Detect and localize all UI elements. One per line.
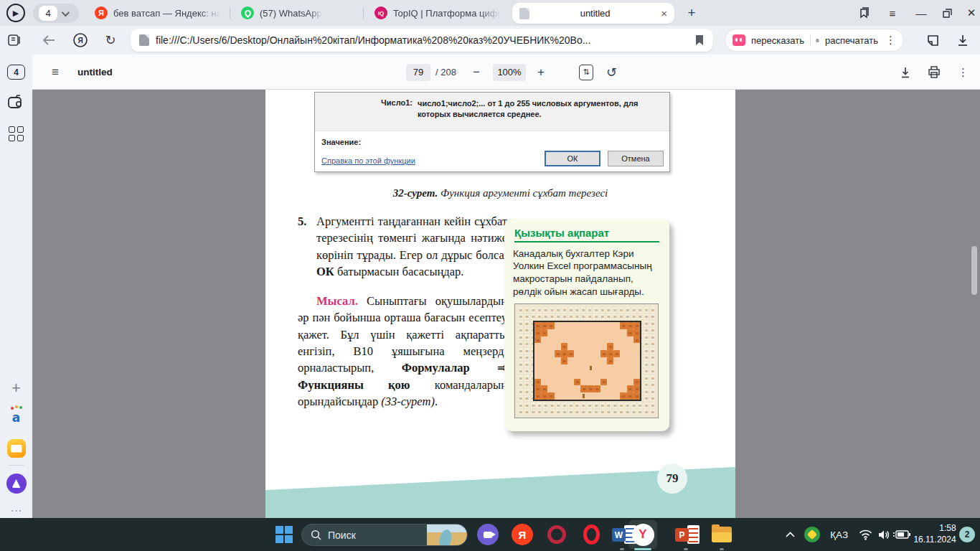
example-paragraph: Мысал. Сыныптағы оқушылардың әр пән бойы… <box>298 293 507 410</box>
date-label: 16.11.2024 <box>913 534 956 546</box>
pixel-face-image: xxxxxxxxxxxxxxxxxxxxxxxxxxxxxxxxxxxxxxxx… <box>514 303 659 418</box>
page-actions-pill: пересказать распечатать ⋮ <box>725 29 904 52</box>
download-icon[interactable] <box>954 32 971 49</box>
ok-button[interactable]: ОК <box>545 151 600 166</box>
url-text: file:///C:/Users/6/Desktop/Онлайын%20кіт… <box>156 34 688 46</box>
scrollbar-thumb[interactable] <box>971 246 977 295</box>
powerpoint-icon[interactable]: P <box>673 518 702 551</box>
weather-widget-art <box>427 524 467 546</box>
fit-page-icon[interactable]: ⇅ <box>579 55 593 90</box>
start-button[interactable] <box>271 518 297 551</box>
colorful-hand-icon[interactable]: a <box>0 410 32 425</box>
cancel-button[interactable]: Отмена <box>608 151 664 166</box>
pdf-more-icon[interactable]: ⋮ <box>958 55 969 90</box>
browser-sidebar: 4 + a ⋯ <box>0 55 32 518</box>
new-tab-button[interactable]: + <box>683 4 700 22</box>
play-circle-icon[interactable]: ▶ <box>6 4 25 22</box>
caption-text: Функция аргументі сұхбат терезесі <box>438 187 608 199</box>
figure-caption: 32-сурет. Функция аргументі сұхбат терез… <box>265 187 735 199</box>
arg-description: число1;число2;... от 1 до 255 числовых а… <box>418 98 664 121</box>
pdf-print-icon[interactable] <box>928 55 941 90</box>
language-indicator[interactable]: ҚАЗ <box>825 518 854 551</box>
add-panel-icon[interactable]: + <box>0 379 32 397</box>
opera-icon[interactable] <box>578 518 604 551</box>
tab-title: TopIQ | Платформа цифр <box>393 8 501 19</box>
menu-icon[interactable]: ≡ <box>881 0 904 26</box>
zoom-in-button[interactable]: + <box>537 55 545 90</box>
tab-divider <box>230 7 230 19</box>
chat-app-icon[interactable] <box>475 518 501 551</box>
maximize-button[interactable] <box>936 0 958 26</box>
info-card-rule <box>514 241 659 242</box>
arg-name-label: Число1: <box>362 98 413 107</box>
pdf-menu-icon[interactable]: ≡ <box>52 55 59 90</box>
search-input[interactable]: Поиск <box>301 524 468 546</box>
tab-whatsapp[interactable]: (57) WhatsApp <box>234 0 362 26</box>
time-label: 1:58 <box>913 523 956 534</box>
yandex-browser-icon[interactable]: Y <box>628 520 657 549</box>
search-icon <box>311 529 321 540</box>
example-bold1: Формулалар <box>402 361 470 375</box>
mail-icon[interactable] <box>0 439 32 458</box>
zoom-level[interactable]: 100% <box>493 55 526 90</box>
tabs-panel-icon[interactable]: 4 <box>0 65 32 80</box>
pdf-doc-title: untitled <box>77 55 113 90</box>
bookmark-icon[interactable] <box>694 34 705 46</box>
retell-button[interactable]: пересказать <box>751 35 804 46</box>
svg-text:Я: Я <box>77 37 83 44</box>
bookmarks-panel-icon[interactable] <box>852 0 875 26</box>
yandex-home-icon[interactable]: Я <box>72 32 89 49</box>
antivirus-tray-icon[interactable] <box>802 518 822 551</box>
pdf-download-icon[interactable] <box>899 55 912 90</box>
address-bar-row: Я ↻ file:///C:/Users/6/Desktop/Онлайын%2… <box>0 26 980 55</box>
tab-divider <box>363 7 364 19</box>
tab-topiq[interactable]: iQ TopIQ | Платформа цифр <box>367 0 509 26</box>
tray-chevron-icon[interactable] <box>781 518 799 551</box>
rotate-icon[interactable]: ↺ <box>606 55 617 90</box>
page-number-badge: 79 <box>657 463 687 494</box>
close-window-button[interactable]: ✕ <box>960 0 980 26</box>
tab-count-label: 4 <box>39 6 57 21</box>
clock[interactable]: 1:5816.11.2024 <box>913 518 957 551</box>
info-card-text: Канадалық бухгалтер Кэри Уолкин Excel пр… <box>513 248 661 298</box>
dialog-description-band: Число1: число1;число2;... от 1 до 255 чи… <box>315 93 669 131</box>
more-dots-icon[interactable]: ⋯ <box>0 504 32 517</box>
print-button[interactable]: распечатать <box>825 35 878 46</box>
page-number-input[interactable]: 79 <box>406 55 430 90</box>
item5-bold: ОК <box>316 265 334 278</box>
sidebar-toggle-icon[interactable] <box>6 32 23 49</box>
alice-icon[interactable] <box>0 474 32 494</box>
more-actions-icon[interactable]: ⋮ <box>885 34 896 47</box>
address-bar[interactable]: file:///C:/Users/6/Desktop/Онлайын%20кіт… <box>131 29 713 52</box>
back-icon[interactable] <box>40 32 57 49</box>
apps-grid-icon[interactable] <box>0 126 32 141</box>
notification-badge[interactable]: 2 <box>957 518 977 551</box>
zoom-out-button[interactable]: − <box>473 55 480 90</box>
browser-window: ▶ 4 Я бев ватсап — Яндекс: наш (57) What… <box>0 0 980 551</box>
text-column: 5.Аргументті таңдағаннан кейін сұхбат те… <box>298 213 507 410</box>
file-explorer-icon[interactable] <box>709 518 735 551</box>
wifi-icon[interactable] <box>855 518 875 551</box>
help-link[interactable]: Справка по этой функции <box>321 156 415 165</box>
chevron-down-icon <box>62 8 70 16</box>
file-icon <box>139 34 149 46</box>
screenshot-icon[interactable] <box>0 95 32 109</box>
battery-icon[interactable] <box>891 518 913 551</box>
retell-icon <box>732 34 745 46</box>
refresh-icon[interactable]: ↻ <box>102 32 119 49</box>
opera-gx-icon[interactable] <box>544 518 570 551</box>
tab-untitled-active[interactable]: untitled × <box>512 3 674 24</box>
printer-icon <box>816 35 819 46</box>
arrow-symbol: ⇒ <box>470 361 507 375</box>
page-total-label: / 208 <box>435 55 456 90</box>
collections-icon[interactable] <box>924 32 941 49</box>
sidebar-divider <box>0 465 32 466</box>
tab-yandex-search[interactable]: Я бев ватсап — Яндекс: наш <box>88 0 228 26</box>
example-text3: . <box>435 395 438 408</box>
windows-taskbar: Поиск Я W Y P ҚАЗ 1:5816.11.2024 <box>0 518 980 551</box>
tab-counter[interactable]: 4 <box>33 4 79 23</box>
yandex-app-icon[interactable]: Я <box>509 518 535 551</box>
minimize-button[interactable]: — <box>910 0 933 26</box>
close-tab-icon[interactable]: × <box>661 8 667 19</box>
pdf-viewport: Число1: число1;число2;... от 1 до 255 чи… <box>32 90 980 518</box>
